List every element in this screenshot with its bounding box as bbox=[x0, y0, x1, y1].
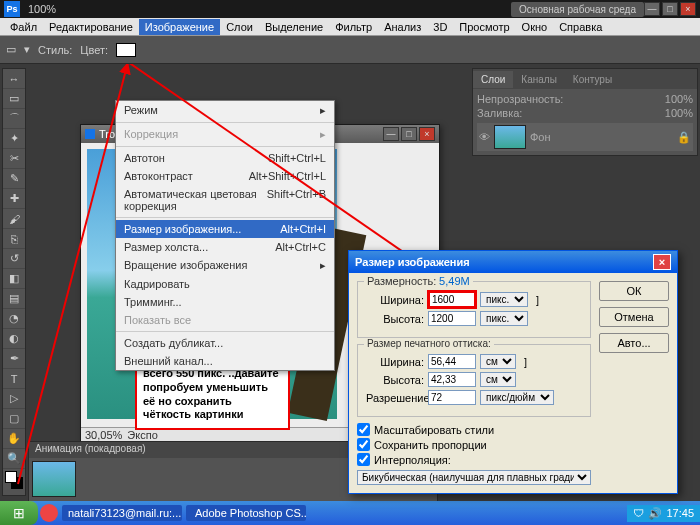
height-input[interactable] bbox=[428, 311, 476, 326]
menu-item-canvas-size[interactable]: Размер холста...Alt+Ctrl+C bbox=[116, 238, 334, 256]
app-titlebar: Ps 100% Основная рабочая среда — □ × bbox=[0, 0, 700, 18]
scale-styles-checkbox[interactable] bbox=[357, 423, 370, 436]
height-unit[interactable]: пикс. bbox=[480, 311, 528, 326]
color-swatches[interactable] bbox=[3, 469, 25, 495]
tab-layers[interactable]: Слои bbox=[473, 71, 513, 88]
print-height-unit[interactable]: см bbox=[480, 372, 516, 387]
lock-icon: 🔒 bbox=[677, 131, 691, 144]
menu-bar: Файл Редактирование Изображение Слои Выд… bbox=[0, 18, 700, 36]
layer-row[interactable]: 👁 Фон 🔒 bbox=[477, 123, 693, 151]
menu-item-autotone[interactable]: АвтотонShift+Ctrl+L bbox=[116, 149, 334, 167]
print-height-input[interactable] bbox=[428, 372, 476, 387]
windows-logo-icon: ⊞ bbox=[13, 505, 25, 521]
image-size-dialog: Размер изображения × Размерность: 5,49М … bbox=[348, 250, 678, 494]
menu-item-adjustments[interactable]: Коррекция▸ bbox=[116, 125, 334, 144]
constrain-checkbox[interactable] bbox=[357, 438, 370, 451]
close-button[interactable]: × bbox=[680, 2, 696, 16]
lasso-tool[interactable]: ⌒ bbox=[3, 109, 25, 129]
gradient-tool[interactable]: ▤ bbox=[3, 289, 25, 309]
cancel-button[interactable]: Отмена bbox=[599, 307, 669, 327]
opacity-value[interactable]: 100% bbox=[665, 93, 693, 105]
print-width-label: Ширина: bbox=[366, 356, 424, 368]
print-width-unit[interactable]: см bbox=[480, 354, 516, 369]
blur-tool[interactable]: ◔ bbox=[3, 309, 25, 329]
eyedropper-tool[interactable]: ✎ bbox=[3, 169, 25, 189]
menu-layers[interactable]: Слои bbox=[220, 19, 259, 35]
menu-3d[interactable]: 3D bbox=[427, 19, 453, 35]
link-icon-2[interactable]: ] bbox=[524, 356, 527, 368]
tray-icon[interactable]: 🛡 bbox=[633, 507, 644, 519]
menu-view[interactable]: Просмотр bbox=[453, 19, 515, 35]
menu-item-autocontrast[interactable]: АвтоконтрастAlt+Shift+Ctrl+L bbox=[116, 167, 334, 185]
menu-item-autocolor[interactable]: Автоматическая цветовая коррекцияShift+C… bbox=[116, 185, 334, 215]
path-tool[interactable]: ▷ bbox=[3, 389, 25, 409]
heal-tool[interactable]: ✚ bbox=[3, 189, 25, 209]
ok-button[interactable]: ОК bbox=[599, 281, 669, 301]
menu-item-mode[interactable]: Режим▸ bbox=[116, 101, 334, 120]
eraser-tool[interactable]: ◧ bbox=[3, 269, 25, 289]
menu-window[interactable]: Окно bbox=[516, 19, 554, 35]
dodge-tool[interactable]: ◐ bbox=[3, 329, 25, 349]
pen-tool[interactable]: ✒ bbox=[3, 349, 25, 369]
height-label: Высота: bbox=[366, 313, 424, 325]
task-item-photoshop[interactable]: Adobe Photoshop CS... bbox=[186, 505, 306, 521]
type-tool[interactable]: T bbox=[3, 369, 25, 389]
interp-checkbox[interactable] bbox=[357, 453, 370, 466]
stamp-tool[interactable]: ⎘ bbox=[3, 229, 25, 249]
menu-item-revealall[interactable]: Показать все bbox=[116, 311, 334, 329]
zoom-indicator: 100% bbox=[28, 3, 56, 15]
menu-filter[interactable]: Фильтр bbox=[329, 19, 378, 35]
menu-item-duplicate[interactable]: Создать дубликат... bbox=[116, 334, 334, 352]
menu-select[interactable]: Выделение bbox=[259, 19, 329, 35]
resolution-input[interactable] bbox=[428, 390, 476, 405]
tab-channels[interactable]: Каналы bbox=[513, 71, 565, 88]
workspace-selector[interactable]: Основная рабочая среда bbox=[511, 2, 644, 17]
marquee-tool[interactable]: ▭ bbox=[3, 89, 25, 109]
maximize-button[interactable]: □ bbox=[662, 2, 678, 16]
style-label: Стиль: bbox=[38, 44, 72, 56]
tray-icon[interactable]: 🔊 bbox=[648, 507, 662, 520]
interp-method-select[interactable]: Бикубическая (наилучшая для плавных град… bbox=[357, 470, 591, 485]
width-unit[interactable]: пикс. bbox=[480, 292, 528, 307]
width-input[interactable] bbox=[428, 291, 476, 308]
menu-item-crop[interactable]: Кадрировать bbox=[116, 275, 334, 293]
menu-item-image-size[interactable]: Размер изображения...Alt+Ctrl+I bbox=[116, 220, 334, 238]
menu-item-rotation[interactable]: Вращение изображения▸ bbox=[116, 256, 334, 275]
print-width-input[interactable] bbox=[428, 354, 476, 369]
opera-icon[interactable] bbox=[40, 504, 58, 522]
taskbar: ⊞ natali73123@mail.ru:... Adobe Photosho… bbox=[0, 501, 700, 525]
dialog-close-button[interactable]: × bbox=[653, 254, 671, 270]
crop-tool[interactable]: ✂ bbox=[3, 149, 25, 169]
fill-value[interactable]: 100% bbox=[665, 107, 693, 119]
doc-close[interactable]: × bbox=[419, 127, 435, 141]
history-brush-tool[interactable]: ↺ bbox=[3, 249, 25, 269]
menu-analysis[interactable]: Анализ bbox=[378, 19, 427, 35]
resolution-label: Разрешение: bbox=[366, 392, 424, 404]
resolution-unit[interactable]: пикс/дюйм bbox=[480, 390, 554, 405]
zoom-tool[interactable]: 🔍 bbox=[3, 449, 25, 469]
menu-help[interactable]: Справка bbox=[553, 19, 608, 35]
move-tool[interactable]: ↔ bbox=[3, 69, 25, 89]
shape-tool[interactable]: ▢ bbox=[3, 409, 25, 429]
doc-minimize[interactable]: — bbox=[383, 127, 399, 141]
menu-image[interactable]: Изображение bbox=[139, 19, 220, 35]
animation-frame[interactable] bbox=[32, 461, 76, 497]
start-button[interactable]: ⊞ bbox=[0, 501, 38, 525]
auto-button[interactable]: Авто... bbox=[599, 333, 669, 353]
menu-file[interactable]: Файл bbox=[4, 19, 43, 35]
minimize-button[interactable]: — bbox=[644, 2, 660, 16]
system-tray[interactable]: 🛡 🔊 17:45 bbox=[627, 505, 700, 522]
task-item-browser[interactable]: natali73123@mail.ru:... bbox=[62, 505, 182, 521]
menu-item-trim[interactable]: Тримминг... bbox=[116, 293, 334, 311]
tab-paths[interactable]: Контуры bbox=[565, 71, 620, 88]
visibility-icon[interactable]: 👁 bbox=[479, 131, 490, 143]
link-icon[interactable]: ] bbox=[536, 294, 539, 306]
hand-tool[interactable]: ✋ bbox=[3, 429, 25, 449]
marquee-icon[interactable]: ▭ bbox=[6, 43, 16, 56]
doc-maximize[interactable]: □ bbox=[401, 127, 417, 141]
menu-item-apply[interactable]: Внешний канал... bbox=[116, 352, 334, 370]
brush-tool[interactable]: 🖌 bbox=[3, 209, 25, 229]
menu-edit[interactable]: Редактирование bbox=[43, 19, 139, 35]
color-swatch[interactable] bbox=[116, 43, 136, 57]
wand-tool[interactable]: ✦ bbox=[3, 129, 25, 149]
